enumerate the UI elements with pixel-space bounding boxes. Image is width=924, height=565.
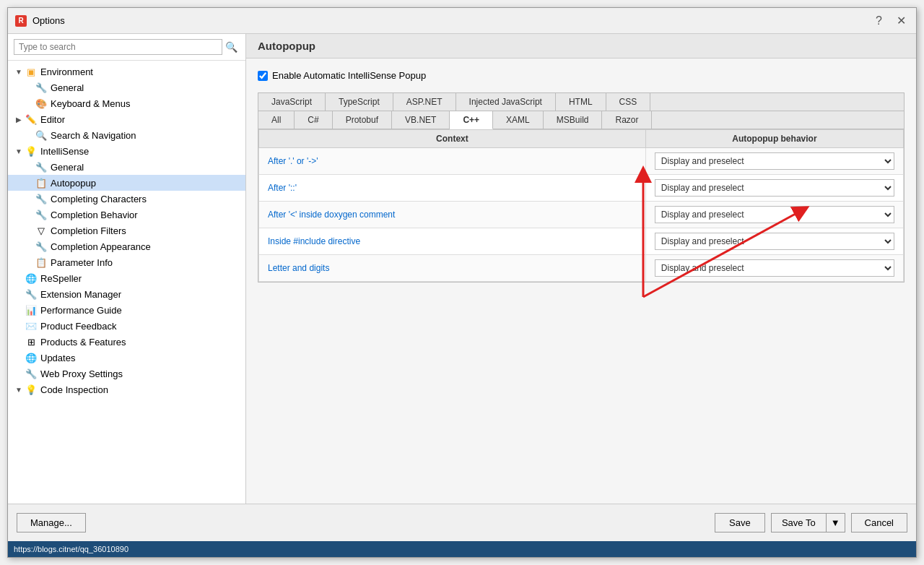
left-panel: 🔍 ▼ ▣ Environment 🔧 General 🎨 [8, 34, 246, 504]
manage-button[interactable]: Manage... [17, 513, 86, 532]
sidebar-item-respeller[interactable]: 🌐 ReSpeller [8, 270, 245, 286]
general-env-icon: 🔧 [35, 82, 47, 93]
behavior-select[interactable]: Display and preselectDisplayDo not displ… [655, 259, 894, 277]
expand-icon-editor: ▶ [14, 114, 24, 124]
sidebar-item-extension-manager[interactable]: 🔧 Extension Manager [8, 286, 245, 302]
sidebar-item-search-nav[interactable]: 🔍 Search & Navigation [8, 127, 245, 143]
search-input[interactable] [14, 39, 222, 55]
sidebar-item-completing-chars[interactable]: 🔧 Completing Characters [8, 191, 245, 207]
search-nav-icon: 🔍 [35, 129, 47, 141]
behavior-cell: Display and preselectDisplayDo not displ… [645, 255, 903, 282]
sidebar-item-completion-behavior[interactable]: 🔧 Completion Behavior [8, 207, 245, 223]
tab-html[interactable]: HTML [556, 93, 606, 111]
sidebar-item-completion-filters[interactable]: ▽ Completion Filters [8, 223, 245, 238]
tab-all[interactable]: All [258, 111, 295, 129]
tab-javascript[interactable]: JavaScript [258, 93, 326, 111]
sidebar-label-extension-manager: Extension Manager [40, 289, 240, 300]
tab-msbuild[interactable]: MSBuild [544, 111, 603, 129]
sidebar-item-environment[interactable]: ▼ ▣ Environment [8, 64, 245, 79]
completing-chars-icon: 🔧 [35, 193, 47, 204]
tab-vbnet[interactable]: VB.NET [392, 111, 450, 129]
sidebar-label-editor: Editor [40, 114, 240, 125]
behavior-select[interactable]: Display and preselectDisplayDo not displ… [655, 233, 894, 250]
save-button[interactable]: Save [715, 513, 765, 532]
spacer [14, 289, 24, 299]
sidebar-item-parameter-info[interactable]: 📋 Parameter Info [8, 254, 245, 270]
spacer [24, 130, 34, 140]
autopopup-icon: 📋 [35, 177, 47, 189]
editor-icon: ✏️ [25, 113, 37, 125]
expand-icon-ci: ▼ [14, 384, 24, 394]
sidebar-label-completion-behavior: Completion Behavior [51, 210, 240, 220]
tab-aspnet[interactable]: ASP.NET [393, 93, 456, 111]
enable-intellisense-checkbox[interactable] [258, 71, 268, 81]
sidebar-label-search-nav: Search & Navigation [51, 130, 240, 141]
sidebar-item-editor[interactable]: ▶ ✏️ Editor [8, 111, 245, 127]
options-dialog: R Options ? ✕ 🔍 ▼ ▣ Environment [7, 7, 917, 558]
tab-typescript[interactable]: TypeScript [326, 93, 393, 111]
sidebar-label-parameter-info: Parameter Info [51, 257, 240, 268]
tabs-row-2: All C# Protobuf VB.NET C++ XAML MSBuild … [258, 111, 904, 129]
respeller-icon: 🌐 [25, 272, 37, 284]
tab-css[interactable]: CSS [606, 93, 651, 111]
sidebar-item-general-is[interactable]: 🔧 General [8, 159, 245, 175]
sidebar-item-general-env[interactable]: 🔧 General [8, 79, 245, 95]
enable-checkbox-container: Enable Automatic IntelliSense Popup [258, 70, 905, 81]
context-cell: After '::' [259, 175, 646, 202]
save-to-dropdown-button[interactable]: ▼ [826, 513, 845, 532]
save-to-button[interactable]: Save To [771, 513, 826, 532]
performance-guide-icon: 📊 [25, 304, 37, 316]
sidebar-label-code-inspection: Code Inspection [40, 384, 240, 395]
context-cell: After '.' or '->' [259, 148, 646, 175]
footer-buttons: Save Save To ▼ Cancel [715, 513, 907, 532]
tabs-container: JavaScript TypeScript ASP.NET Injected J… [258, 92, 905, 282]
tab-cs[interactable]: C# [295, 111, 332, 129]
sidebar-item-completion-appearance[interactable]: 🔧 Completion Appearance [8, 238, 245, 254]
tab-razor[interactable]: Razor [602, 111, 652, 129]
sidebar-label-keyboard: Keyboard & Menus [51, 98, 240, 109]
right-panel-title: Autopopup [258, 40, 315, 52]
behavior-select[interactable]: Display and preselectDisplayDo not displ… [655, 152, 894, 170]
tab-cpp[interactable]: C++ [450, 111, 493, 129]
sidebar-item-autopopup[interactable]: 📋 Autopopup [8, 175, 245, 191]
cancel-button[interactable]: Cancel [851, 513, 907, 532]
search-button[interactable]: 🔍 [222, 38, 240, 56]
right-panel-header: Autopopup [246, 34, 916, 59]
spacer [24, 225, 34, 236]
spacer [24, 82, 34, 92]
sidebar-item-product-feedback[interactable]: ✉️ Product Feedback [8, 318, 245, 334]
sidebar-label-respeller: ReSpeller [40, 273, 240, 284]
sidebar-item-keyboard[interactable]: 🎨 Keyboard & Menus [8, 95, 245, 111]
product-feedback-icon: ✉️ [25, 320, 37, 332]
context-table: Context Autopopup behavior After '.' or … [258, 129, 904, 282]
tab-protobuf[interactable]: Protobuf [333, 111, 392, 129]
completion-behavior-icon: 🔧 [35, 209, 47, 220]
spacer [24, 241, 34, 251]
sidebar-item-intellisense[interactable]: ▼ 💡 IntelliSense [8, 143, 245, 159]
behavior-select[interactable]: Display and preselectDisplayDo not displ… [655, 179, 894, 197]
sidebar-item-performance-guide[interactable]: 📊 Performance Guide [8, 302, 245, 318]
help-button[interactable]: ? [873, 13, 885, 29]
expand-icon-is: ▼ [14, 146, 24, 156]
web-proxy-icon: 🔧 [25, 368, 37, 379]
sidebar-label-autopopup: Autopopup [51, 178, 240, 189]
search-bar: 🔍 [8, 34, 245, 61]
tab-xaml[interactable]: XAML [493, 111, 544, 129]
behavior-cell: Display and preselectDisplayDo not displ… [645, 228, 903, 255]
app-icon: R [15, 15, 27, 27]
title-bar: R Options ? ✕ [8, 8, 916, 34]
spacer [24, 194, 34, 204]
behavior-cell: Display and preselectDisplayDo not displ… [645, 202, 903, 228]
sidebar-label-completion-filters: Completion Filters [51, 225, 240, 236]
sidebar-item-web-proxy[interactable]: 🔧 Web Proxy Settings [8, 366, 245, 381]
sidebar-item-code-inspection[interactable]: ▼ 💡 Code Inspection [8, 381, 245, 397]
parameter-info-icon: 📋 [35, 256, 47, 268]
sidebar-item-updates[interactable]: 🌐 Updates [8, 350, 245, 366]
behavior-select[interactable]: Display and preselectDisplayDo not displ… [655, 206, 894, 223]
sidebar-label-general-is: General [51, 162, 240, 173]
tab-injectedjs[interactable]: Injected JavaScript [456, 93, 556, 111]
status-url: https://blogs.citnet/qq_36010890 [14, 545, 128, 553]
sidebar-item-products-features[interactable]: ⊞ Products & Features [8, 334, 245, 350]
close-button[interactable]: ✕ [894, 12, 909, 29]
spacer [14, 337, 24, 347]
